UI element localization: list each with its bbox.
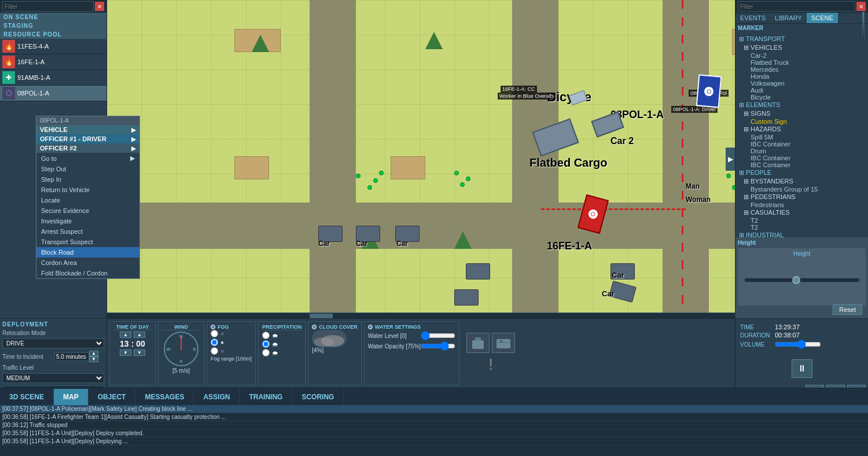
- map-scrollbar-h[interactable]: [107, 312, 735, 318]
- road-marking: [682, 0, 683, 318]
- left-filter-input[interactable]: [2, 1, 94, 12]
- tree-casualties[interactable]: ⊞ CASUALTIES: [738, 208, 866, 217]
- time-stepper-up[interactable]: ▲: [89, 351, 98, 356]
- tree-mercedes[interactable]: Mercedes: [738, 66, 866, 73]
- tree-drum[interactable]: Drum: [738, 148, 866, 155]
- ctx-locate[interactable]: Locate: [36, 195, 139, 205]
- tree-bystanders-group[interactable]: Bystanders Group of 15: [738, 186, 866, 193]
- hours-up[interactable]: ▲: [120, 332, 131, 338]
- water-label: WATER SETTINGS: [375, 324, 421, 330]
- tree-ibc3[interactable]: IBC Container: [738, 161, 866, 168]
- tree-vehicles[interactable]: ⊞ VEHICLES: [738, 43, 866, 52]
- ctx-transport[interactable]: Transport Suspect: [36, 237, 139, 247]
- tree-ibc1[interactable]: IBC Container: [738, 141, 866, 148]
- tree-pedestrians-item[interactable]: Pedestrians: [738, 201, 866, 208]
- tree-t2-1[interactable]: T2: [738, 217, 866, 224]
- fog-option-1[interactable]: ○: [211, 330, 252, 337]
- ctx-return[interactable]: Return to Vehicle: [36, 185, 139, 195]
- minutes-up[interactable]: ▲: [134, 332, 145, 338]
- tab-messages[interactable]: MESSAGES: [135, 389, 194, 405]
- ctx-officer1-section[interactable]: OFFICER #1 - DRIVER ▶: [36, 134, 139, 144]
- pause-button[interactable]: ⏸: [792, 359, 812, 378]
- resource-item-amb[interactable]: ✚ 91AMB-1-A: [0, 70, 106, 86]
- tab-library[interactable]: LIBRARY: [770, 13, 807, 23]
- right-collapse-arrow[interactable]: ▶: [726, 148, 735, 171]
- precip-radio-2[interactable]: [262, 340, 270, 348]
- height-reset-button[interactable]: Reset: [833, 304, 862, 315]
- height-sublabel: Height: [740, 251, 863, 257]
- wind-speed: [5 m/s]: [172, 367, 190, 374]
- tab-object[interactable]: OBJECT: [89, 389, 136, 405]
- tree-elements[interactable]: ⊞ ELEMENTS: [738, 101, 866, 109]
- precip-slider[interactable]: [862, 12, 865, 41]
- traffic-select-row: MEDIUM: [2, 373, 104, 383]
- police-unit-icon: ⬡: [704, 86, 713, 96]
- tab-events[interactable]: EVENTS: [735, 13, 770, 23]
- relocation-select[interactable]: DRIVE: [2, 339, 104, 348]
- ctx-blockroad[interactable]: Block Road: [36, 247, 139, 258]
- fog-radio-3[interactable]: [211, 347, 218, 355]
- resource-pool-header: RESOURCE POOL: [0, 30, 106, 39]
- water-level-slider[interactable]: [421, 331, 455, 340]
- tree-transport[interactable]: ⊞ TRANSPORT: [738, 35, 866, 43]
- right-filter-close[interactable]: ✕: [856, 2, 866, 11]
- ctx-investigate[interactable]: Investigate: [36, 216, 139, 226]
- hours-down[interactable]: ▼: [120, 350, 131, 356]
- ctx-officer2-arrow: ▶: [131, 145, 136, 152]
- tab-3dscene[interactable]: 3D SCENE: [0, 389, 54, 405]
- volume-slider[interactable]: [775, 340, 821, 349]
- tab-scene[interactable]: SCENE: [807, 13, 838, 23]
- tree-people[interactable]: ⊞ PEOPLE: [738, 168, 866, 177]
- ctx-stepout[interactable]: Step Out: [36, 164, 139, 174]
- tree-spill[interactable]: Spill 5M: [738, 134, 866, 141]
- water-level-field: Water Level [0]: [368, 331, 455, 340]
- fog-radio-1[interactable]: [211, 330, 218, 337]
- ctx-arrest[interactable]: Arrest Suspect: [36, 226, 139, 237]
- center-map[interactable]: ⬡ ⬡ Bicycle Flatbed Cargo Car 2 08POL-1-…: [107, 0, 735, 318]
- water-opacity-slider[interactable]: [421, 341, 455, 351]
- precip-radio-3[interactable]: [262, 349, 270, 356]
- tree-t2-2[interactable]: T2: [738, 224, 866, 231]
- resource-item-fire1[interactable]: 🔥 11FES-4-A: [0, 39, 106, 54]
- time-val: 13:29:37: [775, 323, 800, 330]
- tree-pedestrians[interactable]: ⊞ PEDESTRIANS: [738, 193, 866, 201]
- tree-volkswagen[interactable]: Volkswagen: [738, 80, 866, 87]
- traffic-select[interactable]: MEDIUM: [2, 373, 104, 383]
- resource-item-fire2[interactable]: 🔥 16FE-1-A: [0, 54, 106, 70]
- fog-radio-2[interactable]: [211, 339, 218, 346]
- fog-option-2[interactable]: ●: [211, 339, 252, 346]
- tree-custom-sign[interactable]: Custom Sign: [738, 118, 866, 125]
- tree-flatbed[interactable]: Flatbed Truck: [738, 59, 866, 66]
- dot-8: [726, 174, 731, 178]
- fog-option-3[interactable]: ○: [211, 347, 252, 355]
- tree-industrial[interactable]: ⊞ INDUSTRIAL: [738, 231, 866, 237]
- precip-radio-1[interactable]: [262, 332, 270, 339]
- ctx-secure-evidence[interactable]: Secure Evidence: [36, 205, 139, 216]
- tab-training[interactable]: TRAINING: [240, 389, 292, 405]
- ctx-vehicle-section[interactable]: VEHICLE ▶: [36, 125, 139, 134]
- ctx-goto-arrow: ▶: [130, 155, 135, 162]
- height-slider-thumb[interactable]: [792, 276, 800, 284]
- time-incident-input[interactable]: [54, 352, 89, 361]
- tree-hazards[interactable]: ⊞ HAZARDS: [738, 125, 866, 134]
- ctx-stepin[interactable]: Step In: [36, 174, 139, 185]
- tree-car2[interactable]: Car-2: [738, 52, 866, 59]
- tree-bystanders[interactable]: ⊞ BYSTANDERS: [738, 177, 866, 186]
- tab-map[interactable]: MAP: [54, 389, 89, 405]
- left-filter-close[interactable]: ✕: [95, 2, 104, 11]
- tree-honda[interactable]: Honda: [738, 73, 866, 80]
- ctx-fold[interactable]: Fold Blockade / Cordon: [36, 268, 139, 278]
- ctx-officer2-section[interactable]: OFFICER #2 ▶: [36, 144, 139, 153]
- resource-item-pol[interactable]: ⬡ 08POL-1-A: [0, 86, 106, 101]
- ctx-cordon[interactable]: Cordon Area: [36, 258, 139, 268]
- ctx-goto[interactable]: Go to ▶: [36, 153, 139, 164]
- tree-audi[interactable]: Audi: [738, 87, 866, 94]
- time-stepper-down[interactable]: ▼: [89, 356, 98, 362]
- tree-signs[interactable]: ⊞ SIGNS: [738, 109, 866, 118]
- right-filter-input[interactable]: [738, 1, 855, 12]
- tab-scoring[interactable]: SCORING: [292, 389, 344, 405]
- tree-bicycle[interactable]: Bicycle: [738, 94, 866, 101]
- tab-assign[interactable]: ASSIGN: [194, 389, 240, 405]
- minutes-down[interactable]: ▼: [134, 350, 145, 356]
- tree-ibc2[interactable]: IBC Container: [738, 155, 866, 161]
